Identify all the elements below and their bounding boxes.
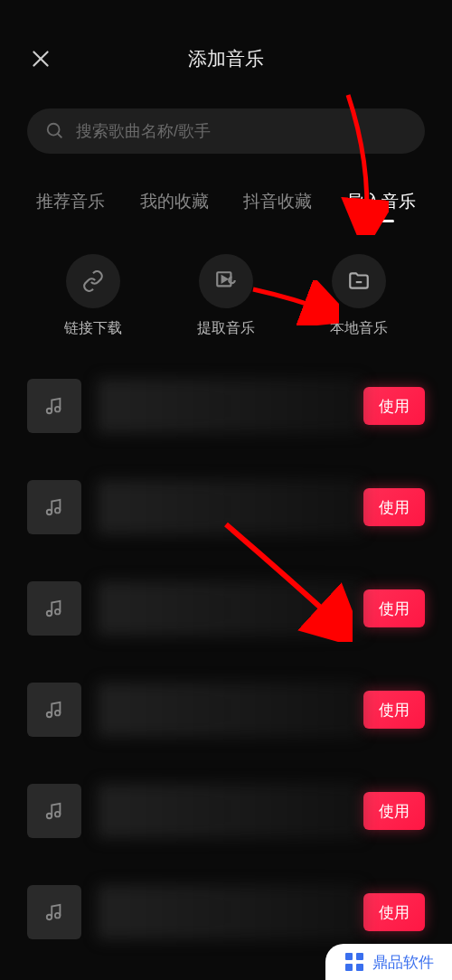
import-label: 提取音乐 — [197, 319, 255, 338]
import-local-music[interactable]: 本地音乐 — [330, 254, 388, 338]
music-note-icon — [44, 801, 64, 821]
use-button[interactable]: 使用 — [363, 792, 425, 830]
music-thumbnail — [27, 885, 81, 939]
use-button[interactable]: 使用 — [363, 488, 425, 526]
music-info — [98, 480, 363, 534]
folder-icon — [332, 254, 386, 308]
music-thumbnail — [27, 784, 81, 838]
svg-point-11 — [47, 611, 52, 617]
svg-point-7 — [47, 409, 52, 414]
search-input[interactable] — [76, 122, 407, 141]
music-thumbnail — [27, 480, 81, 534]
music-item[interactable]: 使用 — [27, 669, 425, 750]
music-note-icon — [44, 497, 64, 517]
watermark-logo-icon — [344, 951, 365, 973]
import-link-download[interactable]: 链接下载 — [64, 254, 122, 338]
svg-point-2 — [48, 124, 60, 136]
import-label: 本地音乐 — [330, 319, 388, 338]
close-button[interactable] — [27, 45, 54, 72]
music-note-icon — [44, 902, 64, 922]
svg-line-3 — [58, 134, 62, 138]
music-item[interactable]: 使用 — [27, 872, 425, 953]
svg-point-15 — [47, 814, 52, 819]
tabs: 推荐音乐 我的收藏 抖音收藏 导入音乐 — [0, 172, 452, 231]
extract-icon — [199, 254, 253, 308]
watermark-text: 鼎品软件 — [372, 952, 434, 973]
music-note-icon — [44, 396, 64, 416]
header: 添加音乐 — [0, 27, 452, 90]
music-info — [98, 379, 363, 433]
use-button[interactable]: 使用 — [363, 589, 425, 627]
svg-point-13 — [47, 712, 52, 718]
svg-marker-5 — [222, 277, 227, 283]
svg-point-16 — [55, 812, 60, 817]
use-button[interactable]: 使用 — [363, 691, 425, 729]
tab-favorites[interactable]: 我的收藏 — [140, 190, 209, 222]
svg-point-18 — [55, 913, 60, 919]
svg-point-12 — [55, 609, 60, 615]
music-note-icon — [44, 700, 64, 720]
music-thumbnail — [27, 683, 81, 737]
search-box[interactable] — [27, 108, 425, 154]
music-info — [98, 581, 363, 636]
link-icon — [66, 254, 120, 308]
music-item[interactable]: 使用 — [27, 365, 425, 447]
use-button[interactable]: 使用 — [363, 387, 425, 425]
import-options: 链接下载 提取音乐 本地音乐 — [0, 231, 452, 365]
tab-recommend[interactable]: 推荐音乐 — [36, 190, 105, 222]
tab-douyin-favorites[interactable]: 抖音收藏 — [243, 190, 312, 222]
search-icon — [45, 121, 65, 141]
svg-point-8 — [55, 407, 60, 412]
music-item[interactable]: 使用 — [27, 770, 425, 852]
music-thumbnail — [27, 379, 81, 433]
close-icon — [29, 47, 52, 71]
svg-rect-25 — [356, 964, 363, 971]
music-list: 使用 使用 使用 使用 使用 使用 — [0, 365, 452, 953]
music-info — [98, 885, 363, 939]
page-title: 添加音乐 — [188, 46, 264, 71]
import-extract-music[interactable]: 提取音乐 — [197, 254, 255, 338]
import-label: 链接下载 — [64, 319, 122, 338]
svg-rect-24 — [345, 964, 353, 971]
svg-rect-22 — [345, 953, 353, 960]
music-info — [98, 784, 363, 838]
svg-point-17 — [47, 915, 52, 920]
svg-point-10 — [55, 508, 60, 514]
svg-point-9 — [47, 510, 52, 515]
use-button[interactable]: 使用 — [363, 893, 425, 931]
music-info — [98, 683, 363, 737]
music-item[interactable]: 使用 — [27, 568, 425, 649]
music-thumbnail — [27, 581, 81, 636]
svg-rect-23 — [356, 953, 363, 960]
music-note-icon — [44, 598, 64, 618]
tab-import[interactable]: 导入音乐 — [347, 190, 416, 222]
svg-point-14 — [55, 711, 60, 716]
watermark: 鼎品软件 — [325, 944, 452, 980]
music-item[interactable]: 使用 — [27, 466, 425, 548]
